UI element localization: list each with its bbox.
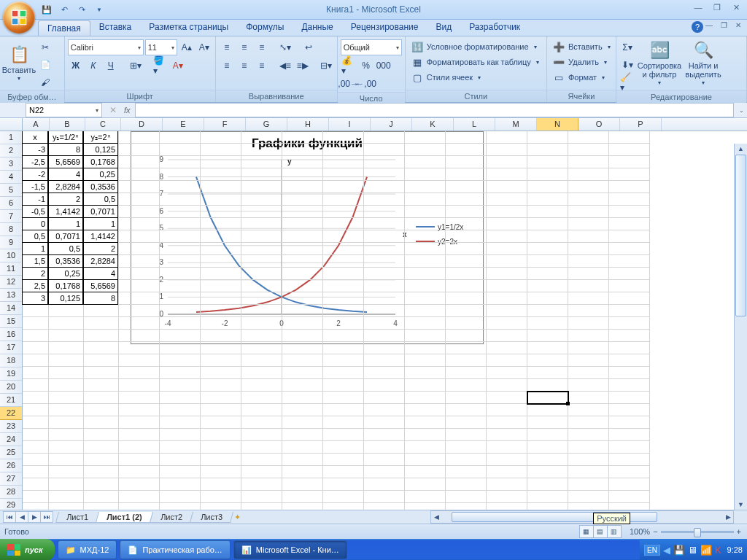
cell[interactable] (201, 330, 241, 342)
vscroll-thumb[interactable] (735, 155, 746, 316)
cell[interactable] (49, 441, 84, 454)
data-cell[interactable]: 2,8284 (83, 254, 118, 268)
cell[interactable] (568, 429, 609, 441)
orientation-icon[interactable]: ⤡▾ (277, 39, 293, 55)
cell[interactable] (160, 454, 201, 466)
cell[interactable] (282, 454, 323, 466)
cell[interactable] (568, 466, 609, 478)
cell[interactable] (568, 330, 609, 342)
cell[interactable] (84, 416, 119, 429)
fill-icon[interactable]: ⬇▾ (619, 57, 635, 73)
cell[interactable] (119, 503, 160, 510)
cell[interactable] (487, 230, 527, 243)
cell[interactable] (364, 466, 405, 478)
cell[interactable] (119, 305, 160, 317)
cell[interactable] (49, 429, 84, 441)
normal-view-icon[interactable]: ▦ (579, 525, 594, 538)
row-header[interactable]: 3 (0, 158, 22, 171)
cell[interactable] (609, 379, 650, 392)
autosum-icon[interactable]: Σ▾ (619, 39, 635, 55)
cell[interactable] (49, 342, 84, 354)
cell[interactable] (527, 503, 568, 510)
cell[interactable] (241, 392, 282, 404)
data-cell[interactable]: 0,3536 (83, 180, 118, 193)
cell[interactable] (282, 243, 323, 255)
cell[interactable] (282, 131, 323, 144)
cell[interactable] (527, 268, 568, 280)
cell[interactable] (487, 144, 527, 156)
cell[interactable] (405, 454, 446, 466)
cell[interactable] (84, 317, 119, 330)
cell[interactable] (84, 354, 119, 367)
cell[interactable] (405, 292, 446, 305)
cell[interactable] (609, 156, 650, 168)
cell[interactable] (527, 466, 568, 478)
cell[interactable] (609, 181, 650, 193)
data-cell[interactable]: 2,8284 (48, 180, 83, 193)
row-header[interactable]: 16 (0, 328, 22, 341)
data-cell[interactable]: 0,5 (22, 230, 48, 243)
cell[interactable] (160, 354, 201, 367)
cell[interactable] (364, 181, 405, 193)
cell[interactable] (568, 367, 609, 379)
cell[interactable] (527, 144, 568, 156)
cell[interactable] (364, 305, 405, 317)
cell[interactable] (364, 491, 405, 503)
row-header[interactable]: 17 (0, 341, 22, 354)
cell[interactable] (201, 144, 241, 156)
cell[interactable] (201, 305, 241, 317)
cell[interactable] (527, 404, 568, 416)
cell[interactable] (23, 342, 49, 354)
qat-customize-icon[interactable]: ▼ (92, 2, 107, 17)
cell[interactable] (201, 404, 241, 416)
cell[interactable] (49, 478, 84, 491)
cell[interactable] (160, 503, 201, 510)
cell[interactable] (160, 292, 201, 305)
cell[interactable] (487, 255, 527, 268)
cell[interactable] (364, 144, 405, 156)
cell[interactable] (527, 305, 568, 317)
cell[interactable] (609, 243, 650, 255)
horizontal-scrollbar[interactable]: ◀ ▶ (430, 510, 734, 524)
cell[interactable] (241, 292, 282, 305)
undo-icon[interactable]: ↶ (57, 2, 71, 17)
data-cell[interactable]: -1 (22, 192, 48, 206)
cell[interactable] (160, 131, 201, 144)
cell[interactable] (241, 441, 282, 454)
cell[interactable] (160, 230, 201, 243)
cell[interactable] (241, 416, 282, 429)
cell[interactable] (527, 429, 568, 441)
data-cell[interactable]: 1,4142 (48, 205, 83, 218)
cell[interactable] (23, 416, 49, 429)
cell[interactable] (487, 305, 527, 317)
cell[interactable] (527, 416, 568, 429)
tab-insert[interactable]: Вставка (90, 20, 141, 36)
cell[interactable] (364, 206, 405, 218)
page-break-view-icon[interactable]: ▥ (607, 525, 622, 538)
data-cell[interactable]: y₂=2ˣ (83, 131, 118, 144)
cell[interactable] (323, 280, 364, 292)
cell[interactable] (446, 491, 487, 503)
cell[interactable] (568, 255, 609, 268)
cell[interactable] (241, 193, 282, 206)
cell[interactable] (487, 131, 527, 144)
cell[interactable] (49, 491, 84, 503)
cell[interactable] (201, 491, 241, 503)
cell[interactable] (323, 478, 364, 491)
cell[interactable] (527, 367, 568, 379)
cell[interactable] (487, 354, 527, 367)
cell[interactable] (49, 354, 84, 367)
cell[interactable] (446, 330, 487, 342)
data-cell[interactable]: 1 (83, 217, 118, 230)
cell[interactable] (568, 441, 609, 454)
cell[interactable] (364, 330, 405, 342)
cell[interactable] (446, 268, 487, 280)
cell[interactable] (282, 181, 323, 193)
row-header[interactable]: 18 (0, 354, 22, 368)
cut-icon[interactable]: ✂ (37, 39, 53, 55)
cell[interactable] (119, 292, 160, 305)
cell[interactable] (405, 144, 446, 156)
data-cell[interactable]: 0,125 (48, 292, 83, 305)
cell[interactable] (487, 367, 527, 379)
cell[interactable] (241, 354, 282, 367)
